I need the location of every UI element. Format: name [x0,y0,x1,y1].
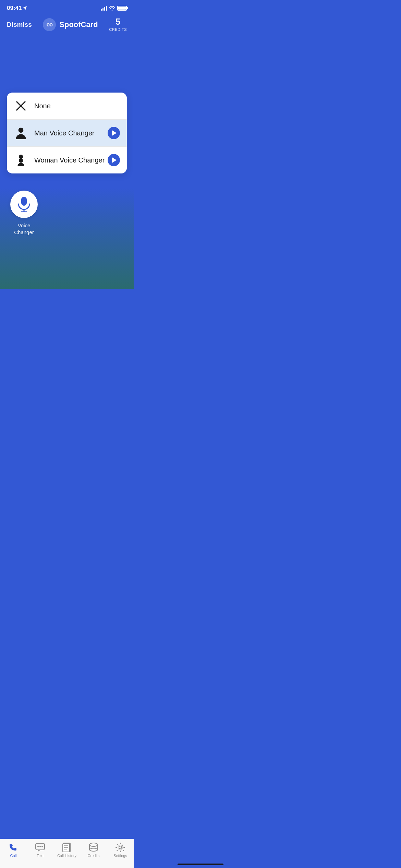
battery-icon [117,6,127,11]
play-triangle-icon [112,130,117,136]
app-page: 09:41 Dismiss oo [0,0,134,289]
dismiss-button[interactable]: Dismiss [7,21,32,28]
voice-option-woman[interactable]: Woman Voice Changer [7,147,127,173]
voice-changer-section: VoiceChanger [0,184,134,242]
time-display: 09:41 [7,5,22,12]
woman-voice-label: Woman Voice Changer [34,156,108,164]
app-name: SpoofCard [59,20,98,29]
header: Dismiss oo SpoofCard 5 CREDITS [0,14,134,38]
man-voice-label: Man Voice Changer [34,129,108,137]
woman-silhouette-icon [14,153,28,167]
none-x-icon [14,99,28,113]
signal-bars-icon [101,6,107,11]
svg-point-2 [19,128,24,133]
play-triangle-icon [112,157,117,163]
man-silhouette-icon [14,126,28,140]
status-time: 09:41 [7,5,27,12]
status-icons [101,6,127,11]
voice-changer-button[interactable] [10,191,38,218]
voice-changer-label: VoiceChanger [10,222,38,236]
voice-option-man[interactable]: Man Voice Changer [7,120,127,147]
credits-display[interactable]: 5 CREDITS [109,17,127,32]
location-arrow-icon [23,6,27,11]
status-bar: 09:41 [0,0,134,14]
credits-label: CREDITS [109,27,127,32]
voice-option-none[interactable]: None [7,93,127,120]
woman-play-button[interactable] [108,154,120,166]
microphone-icon [17,196,31,212]
man-play-button[interactable] [108,127,120,139]
svg-rect-4 [21,197,27,206]
credits-number: 5 [109,17,127,26]
none-label: None [34,102,120,110]
content-spacer [0,242,134,289]
wifi-icon [109,6,115,11]
voice-options-card: None Man Voice Changer [7,93,127,173]
app-logo: oo [43,18,56,31]
logo-area: oo SpoofCard [43,18,98,31]
